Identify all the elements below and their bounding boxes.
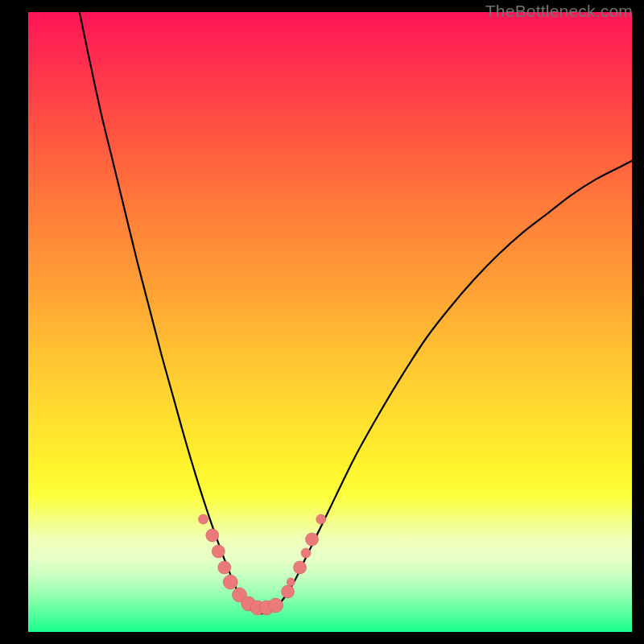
plot-area bbox=[28, 12, 632, 632]
marker-group bbox=[199, 514, 326, 615]
data-marker bbox=[282, 585, 295, 598]
data-marker bbox=[199, 514, 208, 524]
data-marker bbox=[269, 598, 283, 613]
chart-svg bbox=[28, 12, 632, 632]
data-marker bbox=[206, 529, 219, 542]
data-marker bbox=[301, 548, 311, 558]
data-marker bbox=[294, 561, 307, 574]
data-marker bbox=[218, 561, 231, 574]
chart-frame: TheBottleneck.com bbox=[0, 0, 644, 644]
data-marker bbox=[287, 578, 295, 586]
data-marker bbox=[212, 545, 225, 558]
watermark-label: TheBottleneck.com bbox=[485, 2, 633, 21]
data-marker bbox=[223, 575, 237, 589]
data-marker bbox=[306, 533, 319, 546]
bottleneck-curve bbox=[80, 12, 632, 613]
data-marker bbox=[316, 514, 326, 524]
